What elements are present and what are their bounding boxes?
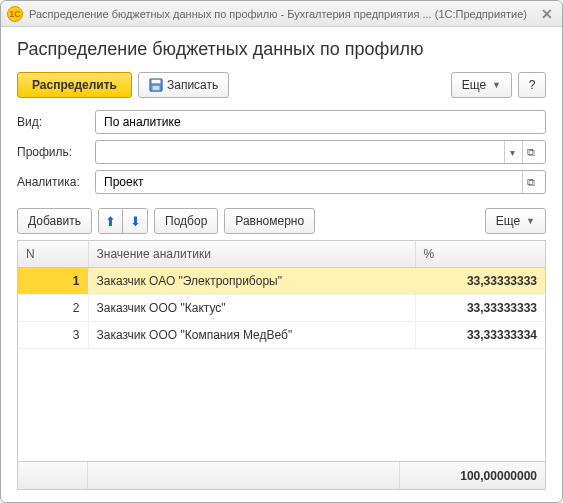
- table-row[interactable]: 1Заказчик ОАО "Электроприборы"33,3333333…: [18, 268, 545, 295]
- move-up-button[interactable]: ⬆: [99, 209, 123, 233]
- header-pct[interactable]: %: [415, 241, 545, 268]
- open-icon: ⧉: [527, 176, 535, 189]
- cell-pct[interactable]: 33,33333334: [415, 322, 545, 349]
- close-icon[interactable]: ✕: [538, 5, 556, 23]
- chevron-down-icon: ▾: [510, 147, 515, 158]
- cell-n[interactable]: 2: [18, 295, 88, 322]
- header-value[interactable]: Значение аналитики: [88, 241, 415, 268]
- add-button[interactable]: Добавить: [17, 208, 92, 234]
- cell-n[interactable]: 1: [18, 268, 88, 295]
- page-title: Распределение бюджетных данных по профил…: [17, 39, 546, 60]
- arrow-down-icon: ⬇: [130, 214, 141, 229]
- footer-n: [18, 462, 88, 489]
- cell-pct[interactable]: 33,33333333: [415, 268, 545, 295]
- analytics-open-button[interactable]: ⧉: [522, 171, 539, 193]
- distribute-button[interactable]: Распределить: [17, 72, 132, 98]
- cell-value[interactable]: Заказчик ОАО "Электроприборы": [88, 268, 415, 295]
- open-icon: ⧉: [527, 146, 535, 159]
- select-button[interactable]: Подбор: [154, 208, 218, 234]
- svg-rect-1: [152, 80, 161, 84]
- cell-pct[interactable]: 33,33333333: [415, 295, 545, 322]
- main-toolbar: Распределить Записать Еще ▼ ?: [17, 72, 546, 98]
- window-title: Распределение бюджетных данных по профил…: [29, 8, 538, 20]
- save-label: Записать: [167, 78, 218, 92]
- kind-label: Вид:: [17, 115, 95, 129]
- help-button[interactable]: ?: [518, 72, 546, 98]
- more-button[interactable]: Еще ▼: [451, 72, 512, 98]
- table-header-row: N Значение аналитики %: [18, 241, 545, 268]
- svg-rect-2: [153, 86, 160, 90]
- footer-value: [88, 462, 400, 489]
- evenly-button[interactable]: Равномерно: [224, 208, 315, 234]
- app-logo-icon: 1C: [7, 6, 23, 22]
- profile-dropdown-button[interactable]: ▾: [504, 141, 521, 163]
- move-down-button[interactable]: ⬇: [123, 209, 147, 233]
- profile-field[interactable]: ▾ ⧉: [95, 140, 546, 164]
- footer-total: 100,00000000: [400, 462, 545, 489]
- table-footer: 100,00000000: [18, 461, 545, 489]
- table-toolbar: Добавить ⬆ ⬇ Подбор Равномерно Еще ▼: [17, 208, 546, 234]
- table-more-label: Еще: [496, 214, 520, 228]
- titlebar: 1C Распределение бюджетных данных по про…: [1, 1, 562, 27]
- table-row[interactable]: 3Заказчик ООО "Компания МедВеб"33,333333…: [18, 322, 545, 349]
- analytics-field[interactable]: ⧉: [95, 170, 546, 194]
- profile-label: Профиль:: [17, 145, 95, 159]
- cell-value[interactable]: Заказчик ООО "Кактус": [88, 295, 415, 322]
- profile-open-button[interactable]: ⧉: [522, 141, 539, 163]
- save-icon: [149, 78, 163, 92]
- header-n[interactable]: N: [18, 241, 88, 268]
- analytics-input[interactable]: [102, 174, 520, 190]
- kind-input[interactable]: [102, 114, 539, 130]
- table-more-button[interactable]: Еще ▼: [485, 208, 546, 234]
- arrow-up-icon: ⬆: [105, 214, 116, 229]
- cell-value[interactable]: Заказчик ООО "Компания МедВеб": [88, 322, 415, 349]
- more-label: Еще: [462, 78, 486, 92]
- chevron-down-icon: ▼: [492, 80, 501, 90]
- table-row[interactable]: 2Заказчик ООО "Кактус"33,33333333: [18, 295, 545, 322]
- kind-field[interactable]: [95, 110, 546, 134]
- profile-input[interactable]: [102, 144, 502, 160]
- save-button[interactable]: Записать: [138, 72, 229, 98]
- data-table: N Значение аналитики % 1Заказчик ОАО "Эл…: [17, 240, 546, 490]
- move-group: ⬆ ⬇: [98, 208, 148, 234]
- analytics-label: Аналитика:: [17, 175, 95, 189]
- chevron-down-icon: ▼: [526, 216, 535, 226]
- cell-n[interactable]: 3: [18, 322, 88, 349]
